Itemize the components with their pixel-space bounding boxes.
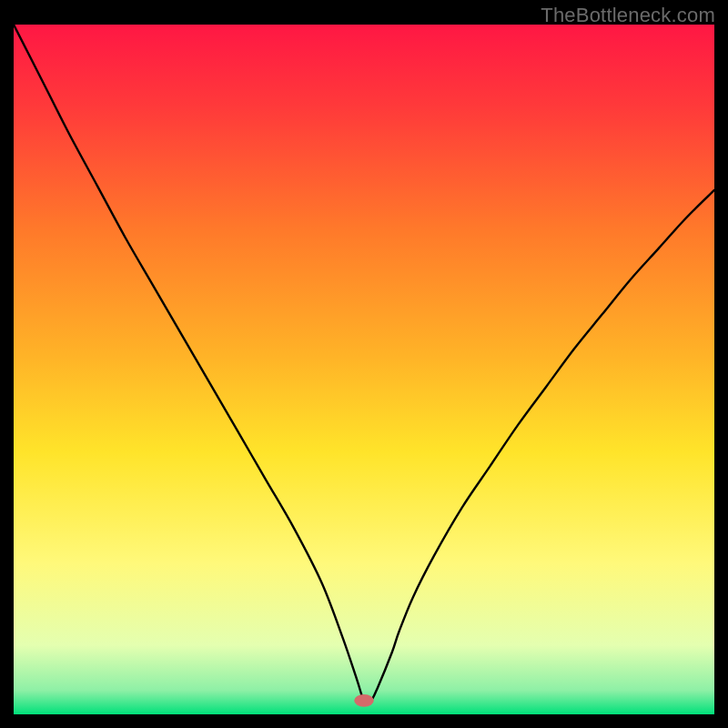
watermark-text: TheBottleneck.com (541, 4, 715, 27)
gradient-background (14, 25, 714, 714)
bottleneck-chart (14, 25, 714, 714)
optimal-marker (354, 694, 374, 707)
chart-frame: TheBottleneck.com (0, 0, 728, 728)
chart-svg (14, 25, 714, 714)
